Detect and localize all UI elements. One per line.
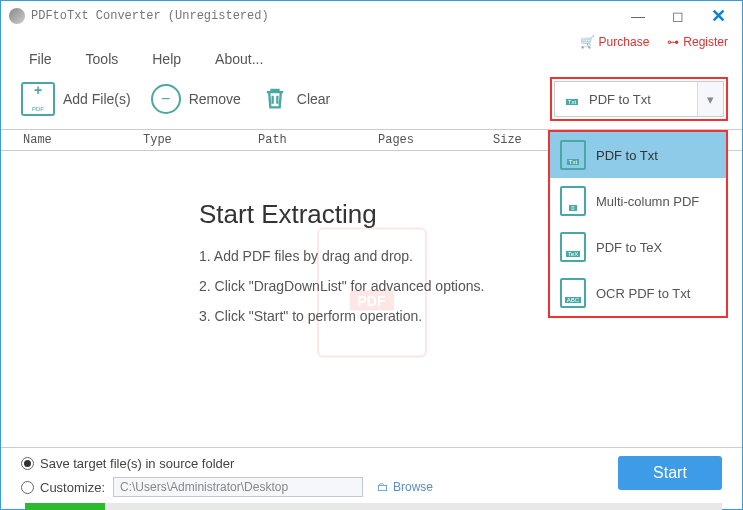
- conversion-selected-label: PDF to Txt: [589, 92, 697, 107]
- instructions-step: 1. Add PDF files by drag and drop.: [199, 248, 484, 264]
- radio-source-label: Save target file(s) in source folder: [40, 456, 234, 471]
- col-size[interactable]: Size: [493, 133, 553, 147]
- menu-file[interactable]: File: [29, 51, 52, 67]
- menu-about[interactable]: About...: [215, 51, 263, 67]
- remove-icon: −: [151, 84, 181, 114]
- output-path-field[interactable]: C:\Users\Administrator\Desktop: [113, 477, 363, 497]
- register-link[interactable]: ⊶Register: [667, 35, 728, 49]
- browse-button[interactable]: 🗀 Browse: [377, 480, 433, 494]
- purchase-link[interactable]: 🛒Purchase: [580, 35, 650, 49]
- instructions-step: 2. Click "DragDownList" for advanced opt…: [199, 278, 484, 294]
- conversion-dropdown: Txt PDF to Txt ≡ Multi-column PDF TeX PD…: [548, 130, 728, 318]
- radio-customize[interactable]: [21, 481, 34, 494]
- window-title: PDFtoTxt Converter (Unregistered): [31, 9, 269, 23]
- dropdown-item-pdf-to-tex[interactable]: TeX PDF to TeX: [550, 224, 726, 270]
- close-button[interactable]: ✕: [698, 1, 738, 31]
- add-file-icon: [21, 82, 55, 116]
- doc-icon: ≡: [560, 186, 586, 216]
- add-files-button[interactable]: Add File(s): [21, 82, 141, 116]
- key-icon: ⊶: [667, 35, 679, 49]
- remove-button[interactable]: − Remove: [151, 84, 251, 114]
- radio-source-folder[interactable]: [21, 457, 34, 470]
- menubar: File Tools Help About...: [1, 49, 742, 73]
- radio-customize-label: Customize:: [40, 480, 105, 495]
- toolbar: Add File(s) − Remove Clear Txt PDF to Tx…: [1, 73, 742, 129]
- minimize-button[interactable]: —: [618, 1, 658, 31]
- trash-icon: [261, 84, 289, 115]
- maximize-button[interactable]: ◻: [658, 1, 698, 31]
- app-icon: [9, 8, 25, 24]
- dropdown-item-multi-column[interactable]: ≡ Multi-column PDF: [550, 178, 726, 224]
- bottom-panel: Save target file(s) in source folder Cus…: [1, 447, 742, 510]
- col-type[interactable]: Type: [143, 133, 258, 147]
- menu-tools[interactable]: Tools: [86, 51, 119, 67]
- instructions-step: 3. Click "Start" to perform operation.: [199, 308, 484, 324]
- chevron-down-icon[interactable]: ▾: [697, 82, 723, 116]
- doc-icon: Txt: [555, 92, 589, 107]
- clear-button[interactable]: Clear: [261, 84, 340, 115]
- instructions: Start Extracting 1. Add PDF files by dra…: [199, 199, 484, 338]
- progress-bar: [25, 503, 722, 510]
- col-path[interactable]: Path: [258, 133, 378, 147]
- folder-icon: 🗀: [377, 480, 389, 494]
- doc-icon: ABC: [560, 278, 586, 308]
- titlebar: PDFtoTxt Converter (Unregistered) — ◻ ✕: [1, 1, 742, 31]
- doc-icon: Txt: [560, 140, 586, 170]
- progress-fill: [25, 503, 105, 510]
- start-button[interactable]: Start: [618, 456, 722, 490]
- conversion-selector[interactable]: Txt PDF to Txt ▾: [554, 81, 724, 117]
- menu-help[interactable]: Help: [152, 51, 181, 67]
- cart-icon: 🛒: [580, 35, 595, 49]
- instructions-heading: Start Extracting: [199, 199, 484, 230]
- doc-icon: TeX: [560, 232, 586, 262]
- dropdown-item-ocr-pdf-to-txt[interactable]: ABC OCR PDF to Txt: [550, 270, 726, 316]
- col-name[interactable]: Name: [23, 133, 143, 147]
- dropdown-item-pdf-to-txt[interactable]: Txt PDF to Txt: [550, 132, 726, 178]
- col-pages[interactable]: Pages: [378, 133, 493, 147]
